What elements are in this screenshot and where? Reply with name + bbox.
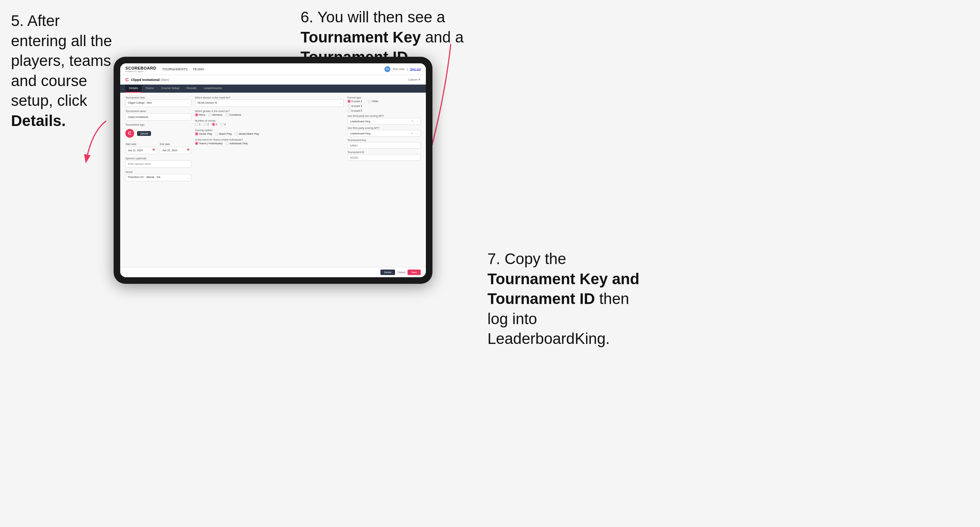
tournament-cancel-btn[interactable]: Cancel ✕ xyxy=(408,78,421,81)
tab-leaderboards[interactable]: Leaderboards xyxy=(200,84,225,93)
scoring-medal-match-play-label: Medal Match Play xyxy=(239,133,259,135)
delete-button[interactable]: Delete xyxy=(380,270,395,275)
format-type-label: Format type xyxy=(347,96,421,99)
gender-mens-radio[interactable] xyxy=(195,113,198,116)
format-6count5[interactable]: 6 count 5 xyxy=(347,109,421,113)
scoring-group: Scoring system Stroke Play Match Play xyxy=(195,129,344,135)
end-date-calendar-icon: 📅 xyxy=(186,149,190,152)
user-name: Test User xyxy=(393,67,405,71)
upload-button[interactable]: Upload xyxy=(137,131,151,136)
division-select[interactable]: NCAA Division III xyxy=(195,100,344,107)
tab-details[interactable]: Details xyxy=(125,84,142,93)
tournament-name-input[interactable] xyxy=(125,113,191,121)
sign-out-link[interactable]: Sign out xyxy=(410,67,421,71)
gender-mens[interactable]: Mens xyxy=(195,113,205,116)
sponsor-input[interactable] xyxy=(125,160,191,168)
scoring-match-play-label: Match Play xyxy=(219,133,232,135)
third-party-clear-icon-1[interactable]: ✕ xyxy=(411,120,414,123)
teams-plus-individuals[interactable]: Teams (+Individuals) xyxy=(195,142,223,145)
logo-subtitle: Powered by clippd xyxy=(125,70,156,73)
individuals-only[interactable]: Individuals Only xyxy=(225,142,247,145)
tablet-screen: SCOREBOARD Powered by clippd TOURNAMENTS… xyxy=(120,63,426,277)
division-group: Which division is the event for? NCAA Di… xyxy=(195,96,344,107)
save-button[interactable]: Save xyxy=(407,270,421,275)
format-6count5-radio[interactable] xyxy=(347,109,351,113)
scoring-match-play-radio[interactable] xyxy=(215,132,218,135)
rounds-1[interactable]: 1 xyxy=(195,123,200,126)
scoring-radio-group: Stroke Play Match Play Medal Match Play xyxy=(195,132,344,135)
format-5count4[interactable]: 5 count 4 xyxy=(347,100,362,103)
format-6count4-label: 6 count 4 xyxy=(352,105,362,107)
gender-combined[interactable]: Combined xyxy=(225,113,241,116)
nav-teams[interactable]: TEAMS xyxy=(193,67,204,71)
venue-select[interactable]: Peachtree GC - Atlanta - GA xyxy=(125,174,191,181)
teams-plus-radio[interactable] xyxy=(195,142,198,145)
third-party-clear-icon-2[interactable]: ✕ xyxy=(411,132,414,135)
venue-group: Venue Peachtree GC - Atlanta - GA xyxy=(125,171,191,181)
third-party-select-2[interactable]: Leaderboard King xyxy=(347,130,421,137)
scoring-stroke-play-label: Stroke Play xyxy=(199,133,212,135)
third-party-chevron-2: ⌄ xyxy=(416,132,418,135)
tournament-logo-group: Tournament logo C Upload xyxy=(125,124,191,140)
third-party-group-1: Use third-party live scoring API? Leader… xyxy=(347,114,421,124)
individuals-only-radio[interactable] xyxy=(225,142,229,145)
tournament-id-group: Tournament ID 302051 xyxy=(347,151,421,161)
header-right: TU Test User | Sign out xyxy=(385,66,421,72)
rounds-2[interactable]: 2 xyxy=(204,123,209,126)
tournament-logo-label: Tournament logo xyxy=(125,124,191,126)
rounds-3[interactable]: 3 xyxy=(212,123,217,126)
tab-teams[interactable]: Teams xyxy=(142,84,158,93)
format-6count4[interactable]: 6 count 4 xyxy=(347,105,421,108)
format-6count5-label: 6 count 5 xyxy=(352,110,362,112)
tournament-host-select-wrapper: Clippd College - Men xyxy=(125,100,191,107)
scoring-match-play[interactable]: Match Play xyxy=(215,132,232,135)
format-other-radio[interactable] xyxy=(368,100,371,103)
scoring-stroke-play-radio[interactable] xyxy=(195,132,198,135)
rounds-label: Number of rounds xyxy=(195,119,344,122)
cancel-button[interactable]: Cancel xyxy=(397,271,405,273)
nav-tournaments[interactable]: TOURNAMENTS xyxy=(162,67,187,71)
tab-course-setup[interactable]: Course Setup xyxy=(158,84,183,93)
gender-mens-label: Mens xyxy=(199,114,205,116)
third-party-chevron-1: ⌄ xyxy=(416,120,418,123)
gender-womens-radio[interactable] xyxy=(208,113,212,116)
teams-group: Is this event for Teams and/or Individua… xyxy=(195,138,344,145)
scoring-medal-match-play-radio[interactable] xyxy=(235,132,238,135)
logo-c-circle: C xyxy=(125,129,134,138)
format-5count4-radio[interactable] xyxy=(347,100,351,103)
rounds-3-label: 3 xyxy=(216,123,217,125)
gender-womens-label: Womens xyxy=(212,114,223,116)
tournament-bar: C Clippd Invitational (Men) Cancel ✕ xyxy=(120,75,426,84)
tournament-host-label: Tournament Host xyxy=(125,96,191,99)
gender-combined-label: Combined xyxy=(229,114,241,116)
rounds-3-radio[interactable] xyxy=(212,123,215,126)
rounds-4-radio[interactable] xyxy=(220,123,224,126)
gender-womens[interactable]: Womens xyxy=(208,113,223,116)
rounds-1-radio[interactable] xyxy=(195,123,198,126)
format-6count4-radio[interactable] xyxy=(347,105,351,108)
venue-label: Venue xyxy=(125,171,191,173)
right-column: Format type 5 count 4 Other xyxy=(347,96,421,264)
format-row-1: 5 count 4 Other xyxy=(347,100,421,103)
third-party-select-1[interactable]: Leaderboard King xyxy=(347,118,421,124)
gender-combined-radio[interactable] xyxy=(225,113,229,116)
tournament-host-select[interactable]: Clippd College - Men xyxy=(125,100,191,107)
scoring-medal-match-play[interactable]: Medal Match Play xyxy=(235,132,259,135)
tournament-key-label: Tournament Key xyxy=(347,139,421,141)
rounds-2-radio[interactable] xyxy=(204,123,207,126)
rounds-1-label: 1 xyxy=(199,123,200,125)
teams-radio-group: Teams (+Individuals) Individuals Only xyxy=(195,142,344,145)
format-other[interactable]: Other xyxy=(368,100,379,103)
scoreboard-logo: SCOREBOARD Powered by clippd xyxy=(125,66,156,73)
tournament-logo-c: C xyxy=(125,77,129,83)
sponsor-group: Sponsor (optional) xyxy=(125,157,191,168)
rounds-4[interactable]: 4 xyxy=(220,123,226,126)
teams-plus-label: Teams (+Individuals) xyxy=(199,142,223,144)
logo-title: SCOREBOARD xyxy=(125,66,156,70)
scoring-stroke-play[interactable]: Stroke Play xyxy=(195,132,212,135)
division-label: Which division is the event for? xyxy=(195,96,344,99)
start-date-calendar-icon: 📅 xyxy=(152,149,155,152)
format-5count4-label: 5 count 4 xyxy=(352,100,362,103)
tournament-name: Clippd Invitational (Men) xyxy=(131,78,169,82)
tab-results[interactable]: Results xyxy=(183,84,200,93)
